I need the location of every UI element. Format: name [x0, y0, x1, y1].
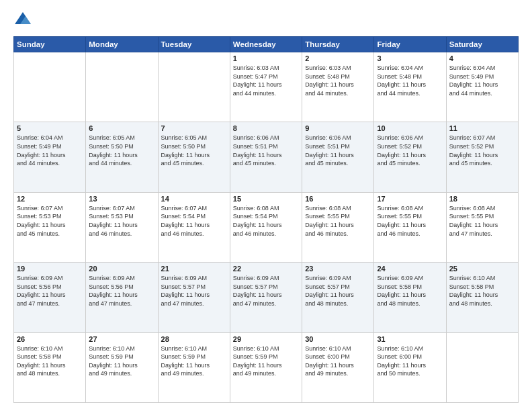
day-info: Sunrise: 6:10 AM Sunset: 5:59 PM Dayligh…: [89, 345, 154, 378]
day-number: 5: [17, 124, 83, 132]
day-info: Sunrise: 6:08 AM Sunset: 5:55 PM Dayligh…: [377, 204, 443, 238]
day-info: Sunrise: 6:03 AM Sunset: 5:48 PM Dayligh…: [305, 64, 371, 97]
calendar-cell: 11Sunrise: 6:07 AM Sunset: 5:52 PM Dayli…: [446, 122, 518, 192]
day-info: Sunrise: 6:09 AM Sunset: 5:57 PM Dayligh…: [305, 274, 371, 308]
day-info: Sunrise: 6:10 AM Sunset: 5:59 PM Dayligh…: [233, 345, 299, 378]
page: SundayMondayTuesdayWednesdayThursdayFrid…: [0, 0, 532, 411]
calendar-cell: 4Sunrise: 6:04 AM Sunset: 5:49 PM Daylig…: [446, 52, 518, 122]
calendar-cell: 13Sunrise: 6:07 AM Sunset: 5:53 PM Dayli…: [86, 192, 158, 262]
day-info: Sunrise: 6:10 AM Sunset: 6:00 PM Dayligh…: [305, 345, 371, 378]
day-number: 23: [305, 265, 371, 273]
calendar-cell: 9Sunrise: 6:06 AM Sunset: 5:51 PM Daylig…: [302, 122, 374, 192]
logo: [13, 11, 35, 30]
calendar-cell: 2Sunrise: 6:03 AM Sunset: 5:48 PM Daylig…: [302, 52, 374, 122]
calendar-cell: 17Sunrise: 6:08 AM Sunset: 5:55 PM Dayli…: [374, 192, 446, 262]
calendar-cell: 27Sunrise: 6:10 AM Sunset: 5:59 PM Dayli…: [86, 332, 158, 402]
day-number: 2: [305, 54, 371, 62]
calendar-cell: 8Sunrise: 6:06 AM Sunset: 5:51 PM Daylig…: [230, 122, 302, 192]
calendar-cell: 21Sunrise: 6:09 AM Sunset: 5:57 PM Dayli…: [158, 263, 230, 332]
day-number: 27: [89, 335, 154, 343]
calendar-cell: [158, 52, 230, 122]
day-info: Sunrise: 6:08 AM Sunset: 5:55 PM Dayligh…: [305, 204, 371, 238]
calendar-cell: 25Sunrise: 6:10 AM Sunset: 5:58 PM Dayli…: [446, 263, 518, 332]
day-number: 17: [377, 195, 443, 203]
calendar-cell: 7Sunrise: 6:05 AM Sunset: 5:50 PM Daylig…: [158, 122, 230, 192]
day-info: Sunrise: 6:09 AM Sunset: 5:58 PM Dayligh…: [377, 274, 443, 308]
calendar-cell: 12Sunrise: 6:07 AM Sunset: 5:53 PM Dayli…: [14, 192, 86, 262]
day-info: Sunrise: 6:04 AM Sunset: 5:49 PM Dayligh…: [449, 64, 515, 97]
calendar-week-3: 12Sunrise: 6:07 AM Sunset: 5:53 PM Dayli…: [14, 192, 519, 262]
calendar-cell: [14, 52, 86, 122]
day-number: 16: [305, 195, 371, 203]
day-info: Sunrise: 6:10 AM Sunset: 6:00 PM Dayligh…: [377, 345, 443, 378]
day-number: 4: [449, 54, 515, 62]
day-number: 3: [377, 54, 443, 62]
day-info: Sunrise: 6:06 AM Sunset: 5:51 PM Dayligh…: [233, 134, 299, 167]
calendar-cell: 10Sunrise: 6:06 AM Sunset: 5:52 PM Dayli…: [374, 122, 446, 192]
day-number: 14: [161, 195, 227, 203]
weekday-header-tuesday: Tuesday: [158, 37, 230, 52]
day-number: 12: [17, 195, 83, 203]
calendar-cell: 14Sunrise: 6:07 AM Sunset: 5:54 PM Dayli…: [158, 192, 230, 262]
day-number: 22: [233, 265, 299, 273]
day-number: 20: [89, 265, 154, 273]
day-info: Sunrise: 6:10 AM Sunset: 5:58 PM Dayligh…: [449, 274, 515, 308]
day-info: Sunrise: 6:05 AM Sunset: 5:50 PM Dayligh…: [89, 134, 154, 167]
calendar-cell: 23Sunrise: 6:09 AM Sunset: 5:57 PM Dayli…: [302, 263, 374, 332]
calendar-cell: 15Sunrise: 6:08 AM Sunset: 5:54 PM Dayli…: [230, 192, 302, 262]
calendar-week-4: 19Sunrise: 6:09 AM Sunset: 5:56 PM Dayli…: [14, 263, 519, 332]
day-info: Sunrise: 6:07 AM Sunset: 5:53 PM Dayligh…: [17, 204, 83, 238]
day-number: 15: [233, 195, 299, 203]
day-info: Sunrise: 6:09 AM Sunset: 5:56 PM Dayligh…: [89, 274, 154, 308]
calendar-cell: 30Sunrise: 6:10 AM Sunset: 6:00 PM Dayli…: [302, 332, 374, 402]
day-number: 29: [233, 335, 299, 343]
calendar-cell: 1Sunrise: 6:03 AM Sunset: 5:47 PM Daylig…: [230, 52, 302, 122]
day-info: Sunrise: 6:05 AM Sunset: 5:50 PM Dayligh…: [161, 134, 227, 167]
day-info: Sunrise: 6:06 AM Sunset: 5:52 PM Dayligh…: [377, 134, 443, 167]
day-number: 10: [377, 124, 443, 132]
day-info: Sunrise: 6:09 AM Sunset: 5:57 PM Dayligh…: [161, 274, 227, 308]
day-number: 13: [89, 195, 154, 203]
weekday-header-saturday: Saturday: [446, 37, 518, 52]
day-info: Sunrise: 6:09 AM Sunset: 5:57 PM Dayligh…: [233, 274, 299, 308]
day-number: 18: [449, 195, 515, 203]
calendar-table: SundayMondayTuesdayWednesdayThursdayFrid…: [13, 36, 519, 403]
day-info: Sunrise: 6:10 AM Sunset: 5:58 PM Dayligh…: [17, 345, 83, 378]
logo-icon: [13, 11, 32, 30]
day-info: Sunrise: 6:04 AM Sunset: 5:48 PM Dayligh…: [377, 64, 443, 97]
day-info: Sunrise: 6:10 AM Sunset: 5:59 PM Dayligh…: [161, 345, 227, 378]
weekday-header-friday: Friday: [374, 37, 446, 52]
day-number: 6: [89, 124, 154, 132]
calendar-week-1: 1Sunrise: 6:03 AM Sunset: 5:47 PM Daylig…: [14, 52, 519, 122]
calendar-cell: 6Sunrise: 6:05 AM Sunset: 5:50 PM Daylig…: [86, 122, 158, 192]
day-number: 26: [17, 335, 83, 343]
day-info: Sunrise: 6:04 AM Sunset: 5:49 PM Dayligh…: [17, 134, 83, 167]
weekday-header-wednesday: Wednesday: [230, 37, 302, 52]
day-info: Sunrise: 6:09 AM Sunset: 5:56 PM Dayligh…: [17, 274, 83, 308]
calendar-week-2: 5Sunrise: 6:04 AM Sunset: 5:49 PM Daylig…: [14, 122, 519, 192]
day-info: Sunrise: 6:03 AM Sunset: 5:47 PM Dayligh…: [233, 64, 299, 97]
day-number: 31: [377, 335, 443, 343]
day-number: 1: [233, 54, 299, 62]
calendar-cell: 18Sunrise: 6:08 AM Sunset: 5:55 PM Dayli…: [446, 192, 518, 262]
calendar-cell: 3Sunrise: 6:04 AM Sunset: 5:48 PM Daylig…: [374, 52, 446, 122]
weekday-header-monday: Monday: [86, 37, 158, 52]
day-info: Sunrise: 6:08 AM Sunset: 5:55 PM Dayligh…: [449, 204, 515, 238]
day-number: 11: [449, 124, 515, 132]
calendar-cell: [86, 52, 158, 122]
calendar-cell: 29Sunrise: 6:10 AM Sunset: 5:59 PM Dayli…: [230, 332, 302, 402]
calendar-cell: 31Sunrise: 6:10 AM Sunset: 6:00 PM Dayli…: [374, 332, 446, 402]
weekday-header-sunday: Sunday: [14, 37, 86, 52]
calendar-cell: 22Sunrise: 6:09 AM Sunset: 5:57 PM Dayli…: [230, 263, 302, 332]
weekday-header-thursday: Thursday: [302, 37, 374, 52]
day-number: 25: [449, 265, 515, 273]
day-info: Sunrise: 6:08 AM Sunset: 5:54 PM Dayligh…: [233, 204, 299, 238]
day-number: 28: [161, 335, 227, 343]
calendar-cell: 19Sunrise: 6:09 AM Sunset: 5:56 PM Dayli…: [14, 263, 86, 332]
header: [13, 11, 519, 30]
day-info: Sunrise: 6:06 AM Sunset: 5:51 PM Dayligh…: [305, 134, 371, 167]
calendar-cell: 20Sunrise: 6:09 AM Sunset: 5:56 PM Dayli…: [86, 263, 158, 332]
calendar-cell: [446, 332, 518, 402]
calendar-cell: 26Sunrise: 6:10 AM Sunset: 5:58 PM Dayli…: [14, 332, 86, 402]
calendar-cell: 16Sunrise: 6:08 AM Sunset: 5:55 PM Dayli…: [302, 192, 374, 262]
